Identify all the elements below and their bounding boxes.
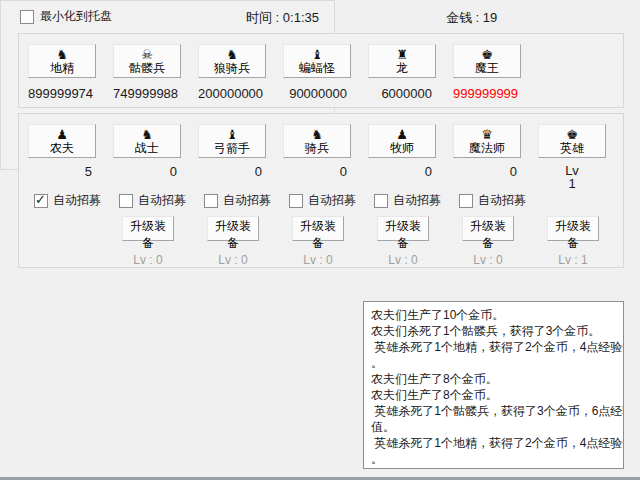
archer-icon: ♝ — [226, 128, 238, 141]
monster-count-wolf-rider: 200000000 — [198, 86, 266, 101]
monster-column: ♜ 龙 6000000 — [368, 34, 438, 107]
monster-column: ♞ 地精 899999974 — [28, 34, 98, 107]
checkbox-icon[interactable] — [374, 194, 388, 208]
army-column: ♞ 骑兵 0 自动招募 升级装备 Lv : 0 — [283, 114, 353, 267]
equipment-level-cavalry: Lv : 0 — [283, 253, 353, 267]
unit-name-label: 战士 — [135, 141, 159, 155]
monster-button-bat[interactable]: ♝ 蝙蝠怪 — [283, 44, 351, 78]
auto-recruit-label: 自动招募 — [478, 192, 526, 209]
auto-recruit-checkbox-warrior[interactable]: 自动招募 — [119, 192, 186, 209]
auto-recruit-checkbox-cavalry[interactable]: 自动招募 — [289, 192, 356, 209]
checkbox-icon[interactable] — [459, 194, 473, 208]
auto-recruit-checkbox-farmer[interactable]: 自动招募 — [34, 192, 101, 209]
unit-count-archer: 0 — [198, 164, 266, 179]
checkbox-icon[interactable] — [20, 10, 34, 24]
upgrade-equipment-button-warrior[interactable]: 升级装备 — [122, 216, 174, 241]
checkbox-icon[interactable] — [34, 194, 48, 208]
log-line: 。 — [371, 451, 616, 467]
unit-name-label: 狼骑兵 — [214, 61, 250, 75]
auto-recruit-label: 自动招募 — [53, 192, 101, 209]
army-column: ♟ 牧师 0 自动招募 升级装备 Lv : 0 — [368, 114, 438, 267]
monster-count-demon-king: 999999999 — [453, 86, 521, 101]
warrior-icon: ♞ — [141, 128, 153, 141]
hero-icon: ♚ — [566, 128, 578, 141]
demon-king-icon: ♚ — [481, 48, 493, 61]
game-window: 最小化到托盘 时间 : 0:1:35 金钱 : 19 ♞ 地精 89999997… — [0, 0, 640, 480]
log-line: 英雄杀死了1个地精，获得了2个金币，4点经验值 — [371, 435, 616, 451]
log-line: 。 — [371, 355, 616, 371]
unit-name-label: 魔法师 — [469, 141, 505, 155]
checkbox-icon[interactable] — [204, 194, 218, 208]
unit-count-hero: Lv1 — [538, 164, 606, 190]
unit-button-archer[interactable]: ♝ 弓箭手 — [198, 124, 266, 158]
upgrade-equipment-button-priest[interactable]: 升级装备 — [377, 216, 429, 241]
monsters-panel: ♞ 地精 899999974 ☠ 骷髅兵 749999988 ♞ 狼骑兵 200… — [18, 33, 624, 108]
wolf-rider-icon: ♞ — [226, 48, 238, 61]
upgrade-equipment-button-mage[interactable]: 升级装备 — [462, 216, 514, 241]
equipment-level-warrior: Lv : 0 — [113, 253, 183, 267]
mage-icon: ♛ — [481, 128, 493, 141]
army-column: ♚ 英雄 Lv1 升级装备 Lv : 1 — [538, 114, 608, 267]
log-line: 农夫们生产了8个金币。 — [371, 371, 616, 387]
monster-count-dragon: 6000000 — [368, 86, 436, 101]
monster-column: ♝ 蝙蝠怪 90000000 — [283, 34, 353, 107]
unit-button-priest[interactable]: ♟ 牧师 — [368, 124, 436, 158]
equipment-level-hero: Lv : 1 — [538, 253, 608, 267]
unit-name-label: 蝙蝠怪 — [299, 61, 335, 75]
log-line: 值。 — [371, 419, 616, 435]
auto-recruit-label: 自动招募 — [393, 192, 441, 209]
unit-button-cavalry[interactable]: ♞ 骑兵 — [283, 124, 351, 158]
auto-recruit-label: 自动招募 — [138, 192, 186, 209]
auto-recruit-checkbox-priest[interactable]: 自动招募 — [374, 192, 441, 209]
unit-count-warrior: 0 — [113, 164, 181, 179]
monster-button-goblin[interactable]: ♞ 地精 — [28, 44, 96, 78]
unit-button-hero[interactable]: ♚ 英雄 — [538, 124, 606, 158]
minimize-to-tray-label: 最小化到托盘 — [40, 8, 112, 25]
checkbox-icon[interactable] — [119, 194, 133, 208]
monster-count-bat: 90000000 — [283, 86, 351, 101]
bat-icon: ♝ — [311, 48, 323, 61]
unit-button-mage[interactable]: ♛ 魔法师 — [453, 124, 521, 158]
monster-button-skeleton[interactable]: ☠ 骷髅兵 — [113, 44, 181, 78]
unit-name-label: 牧师 — [390, 141, 414, 155]
log-line: 农夫们生产了8个金币。 — [371, 387, 616, 403]
auto-recruit-checkbox-archer[interactable]: 自动招募 — [204, 192, 271, 209]
monster-column: ♚ 魔王 999999999 — [453, 34, 523, 107]
auto-recruit-checkbox-mage[interactable]: 自动招募 — [459, 192, 526, 209]
log-line: 农夫们生产了10个金币。 — [371, 307, 616, 323]
monster-button-wolf-rider[interactable]: ♞ 狼骑兵 — [198, 44, 266, 78]
log-line: 英雄杀死了1个骷髅兵，获得了3个金币，6点经验 — [371, 403, 616, 419]
upgrade-equipment-button-archer[interactable]: 升级装备 — [207, 216, 259, 241]
log-line: 英雄杀死了1个地精，获得了2个金币，4点经验值 — [371, 339, 616, 355]
money-label: 金钱 : 19 — [446, 9, 497, 27]
battle-log[interactable]: 农夫们生产了10个金币。农夫们杀死了1个骷髅兵，获得了3个金币。 英雄杀死了1个… — [363, 301, 624, 469]
equipment-level-archer: Lv : 0 — [198, 253, 268, 267]
checkbox-icon[interactable] — [289, 194, 303, 208]
unit-name-label: 地精 — [50, 61, 74, 75]
unit-name-label: 骑兵 — [305, 141, 329, 155]
army-column: ♟ 农夫 5 自动招募 — [28, 114, 98, 267]
cavalry-icon: ♞ — [311, 128, 323, 141]
army-column: ♞ 战士 0 自动招募 升级装备 Lv : 0 — [113, 114, 183, 267]
unit-name-label: 魔王 — [475, 61, 499, 75]
equipment-level-mage: Lv : 0 — [453, 253, 523, 267]
auto-recruit-label: 自动招募 — [308, 192, 356, 209]
unit-count-cavalry: 0 — [283, 164, 351, 179]
farmer-icon: ♟ — [56, 128, 68, 141]
unit-button-warrior[interactable]: ♞ 战士 — [113, 124, 181, 158]
time-label: 时间 : 0:1:35 — [246, 9, 319, 27]
army-column: ♛ 魔法师 0 自动招募 升级装备 Lv : 0 — [453, 114, 523, 267]
unit-count-farmer: 5 — [28, 164, 96, 179]
log-line: 农夫们杀死了1个骷髅兵，获得了3个金币。 — [371, 323, 616, 339]
dragon-icon: ♜ — [396, 48, 408, 61]
skeleton-icon: ☠ — [141, 48, 153, 61]
unit-name-label: 弓箭手 — [214, 141, 250, 155]
minimize-to-tray-checkbox[interactable]: 最小化到托盘 — [20, 8, 112, 25]
unit-button-farmer[interactable]: ♟ 农夫 — [28, 124, 96, 158]
upgrade-equipment-button-hero[interactable]: 升级装备 — [547, 216, 599, 241]
equipment-level-priest: Lv : 0 — [368, 253, 438, 267]
monster-button-demon-king[interactable]: ♚ 魔王 — [453, 44, 521, 78]
priest-icon: ♟ — [396, 128, 408, 141]
monster-button-dragon[interactable]: ♜ 龙 — [368, 44, 436, 78]
upgrade-equipment-button-cavalry[interactable]: 升级装备 — [292, 216, 344, 241]
